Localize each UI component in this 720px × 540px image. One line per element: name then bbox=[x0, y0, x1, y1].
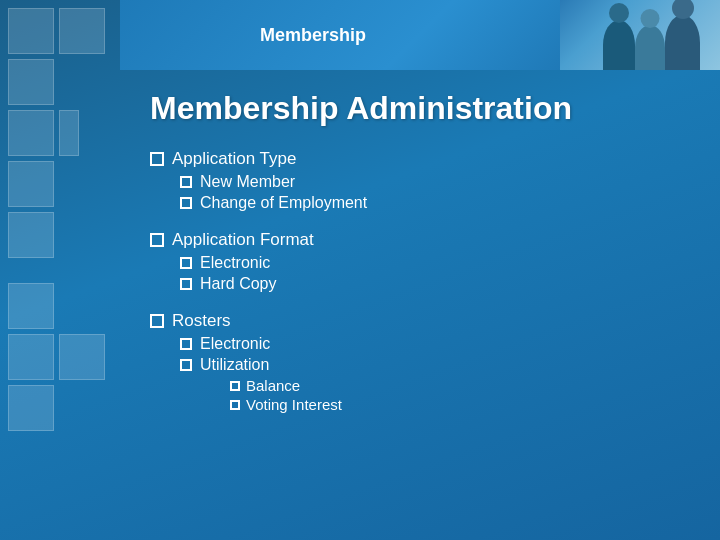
list-item-utilization: Utilization bbox=[180, 356, 690, 374]
main-list: Application Type New Member Change of Em… bbox=[150, 149, 690, 413]
page-wrapper: Membership Membership Administration App… bbox=[0, 0, 720, 540]
rosters-sub-list: Electronic Utilization Balance Vot bbox=[180, 335, 690, 413]
list-item-application-type: Application Type New Member Change of Em… bbox=[150, 149, 690, 212]
list-item-electronic: Electronic bbox=[180, 254, 690, 272]
deco-block bbox=[8, 385, 54, 431]
deco-block bbox=[8, 110, 54, 156]
change-of-employment-label: Change of Employment bbox=[200, 194, 367, 212]
utilization-sub-list: Balance Voting Interest bbox=[230, 377, 690, 413]
list-item-change-of-employment: Change of Employment bbox=[180, 194, 690, 212]
deco-block bbox=[8, 212, 54, 258]
checkbox-icon bbox=[180, 359, 192, 371]
rosters-electronic-label: Electronic bbox=[200, 335, 270, 353]
application-format-sub-list: Electronic Hard Copy bbox=[180, 254, 690, 293]
checkbox-icon bbox=[230, 400, 240, 410]
deco-block bbox=[8, 283, 54, 329]
balance-label: Balance bbox=[246, 377, 300, 394]
deco-block bbox=[8, 161, 54, 207]
checkbox-icon bbox=[150, 233, 164, 247]
hard-copy-label: Hard Copy bbox=[200, 275, 276, 293]
banner-title: Membership bbox=[260, 25, 366, 46]
checkbox-icon bbox=[150, 314, 164, 328]
banner-image bbox=[560, 0, 720, 70]
deco-block bbox=[59, 8, 105, 54]
checkbox-icon bbox=[180, 338, 192, 350]
application-type-label: Application Type bbox=[172, 149, 296, 169]
list-item-application-format: Application Format Electronic Hard Copy bbox=[150, 230, 690, 293]
rosters-label: Rosters bbox=[172, 311, 231, 331]
new-member-label: New Member bbox=[200, 173, 295, 191]
checkbox-icon bbox=[230, 381, 240, 391]
top-banner: Membership bbox=[120, 0, 720, 70]
deco-block bbox=[8, 59, 54, 105]
list-item-rosters: Rosters Electronic Utilization Bala bbox=[150, 311, 690, 413]
list-item-balance: Balance bbox=[230, 377, 690, 394]
checkbox-icon bbox=[180, 278, 192, 290]
deco-block bbox=[59, 334, 105, 380]
deco-block bbox=[8, 334, 54, 380]
list-item-voting-interest: Voting Interest bbox=[230, 396, 690, 413]
electronic-label: Electronic bbox=[200, 254, 270, 272]
application-type-sub-list: New Member Change of Employment bbox=[180, 173, 690, 212]
page-title: Membership Administration bbox=[150, 90, 690, 127]
deco-block bbox=[59, 110, 79, 156]
list-item-rosters-electronic: Electronic bbox=[180, 335, 690, 353]
person-silhouette-3 bbox=[603, 20, 635, 70]
person-silhouette-2 bbox=[635, 25, 665, 70]
utilization-label: Utilization bbox=[200, 356, 269, 374]
list-item-hard-copy: Hard Copy bbox=[180, 275, 690, 293]
application-format-label: Application Format bbox=[172, 230, 314, 250]
main-content: Membership Administration Application Ty… bbox=[120, 70, 720, 540]
person-silhouette-1 bbox=[665, 15, 700, 70]
list-item-new-member: New Member bbox=[180, 173, 690, 191]
checkbox-icon bbox=[150, 152, 164, 166]
deco-block bbox=[8, 8, 54, 54]
checkbox-icon bbox=[180, 257, 192, 269]
left-decorative-column bbox=[8, 8, 113, 532]
voting-interest-label: Voting Interest bbox=[246, 396, 342, 413]
checkbox-icon bbox=[180, 176, 192, 188]
checkbox-icon bbox=[180, 197, 192, 209]
